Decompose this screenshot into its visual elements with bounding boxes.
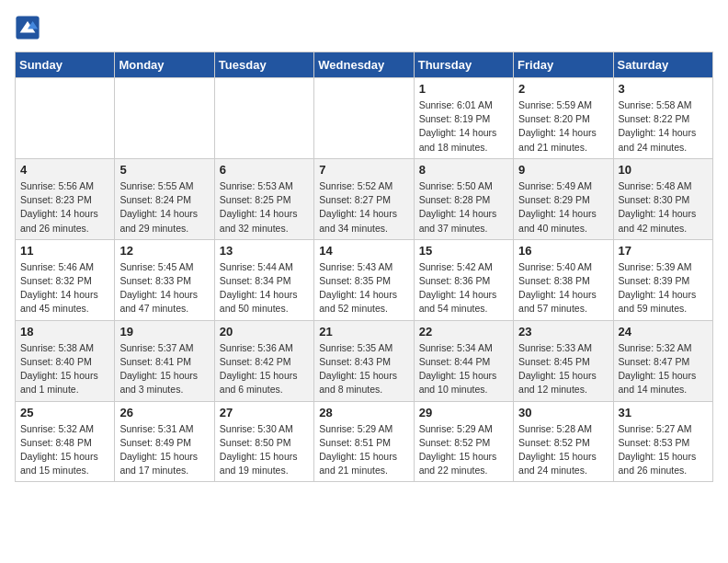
day-info: Sunrise: 5:46 AM Sunset: 8:32 PM Dayligh… — [20, 260, 109, 316]
calendar-day-cell: 16Sunrise: 5:40 AM Sunset: 8:38 PM Dayli… — [514, 239, 613, 320]
calendar-day-cell — [214, 78, 313, 159]
day-info: Sunrise: 5:32 AM Sunset: 8:48 PM Dayligh… — [20, 422, 109, 478]
day-number: 8 — [419, 163, 508, 177]
header — [15, 15, 713, 40]
calendar-day-cell: 29Sunrise: 5:29 AM Sunset: 8:52 PM Dayli… — [414, 401, 513, 482]
day-info: Sunrise: 5:40 AM Sunset: 8:38 PM Dayligh… — [518, 260, 608, 316]
weekday-header-cell: Thursday — [414, 52, 513, 78]
day-number: 29 — [419, 406, 508, 419]
day-info: Sunrise: 5:59 AM Sunset: 8:20 PM Dayligh… — [518, 98, 608, 155]
calendar-day-cell: 4Sunrise: 5:56 AM Sunset: 8:23 PM Daylig… — [16, 158, 115, 239]
calendar-week-row: 4Sunrise: 5:56 AM Sunset: 8:23 PM Daylig… — [16, 158, 713, 239]
day-number: 1 — [419, 82, 508, 96]
calendar-day-cell: 11Sunrise: 5:46 AM Sunset: 8:32 PM Dayli… — [16, 239, 115, 320]
calendar-day-cell: 21Sunrise: 5:35 AM Sunset: 8:43 PM Dayli… — [314, 320, 414, 401]
calendar-day-cell — [314, 78, 414, 159]
day-info: Sunrise: 5:36 AM Sunset: 8:42 PM Dayligh… — [220, 341, 309, 397]
day-info: Sunrise: 5:45 AM Sunset: 8:33 PM Dayligh… — [119, 260, 209, 316]
day-number: 25 — [20, 406, 109, 419]
calendar-day-cell — [16, 78, 115, 159]
day-info: Sunrise: 5:52 AM Sunset: 8:27 PM Dayligh… — [319, 179, 408, 236]
day-info: Sunrise: 5:50 AM Sunset: 8:28 PM Dayligh… — [419, 179, 508, 236]
calendar-day-cell: 19Sunrise: 5:37 AM Sunset: 8:41 PM Dayli… — [115, 320, 214, 401]
day-number: 15 — [419, 244, 508, 258]
day-number: 14 — [319, 244, 408, 258]
day-number: 3 — [619, 82, 708, 96]
day-number: 2 — [518, 82, 608, 96]
calendar-day-cell: 20Sunrise: 5:36 AM Sunset: 8:42 PM Dayli… — [214, 320, 313, 401]
calendar-day-cell: 15Sunrise: 5:42 AM Sunset: 8:36 PM Dayli… — [414, 239, 513, 320]
day-info: Sunrise: 5:31 AM Sunset: 8:49 PM Dayligh… — [119, 422, 209, 478]
weekday-header-cell: Friday — [514, 52, 613, 78]
day-info: Sunrise: 5:39 AM Sunset: 8:39 PM Dayligh… — [619, 260, 708, 316]
day-info: Sunrise: 5:35 AM Sunset: 8:43 PM Dayligh… — [319, 341, 408, 397]
day-number: 13 — [220, 244, 309, 258]
day-number: 22 — [419, 325, 508, 339]
day-info: Sunrise: 5:55 AM Sunset: 8:24 PM Dayligh… — [119, 179, 209, 236]
day-number: 30 — [518, 406, 608, 419]
day-number: 23 — [518, 325, 608, 339]
day-info: Sunrise: 5:29 AM Sunset: 8:51 PM Dayligh… — [319, 422, 408, 478]
calendar-week-row: 18Sunrise: 5:38 AM Sunset: 8:40 PM Dayli… — [16, 320, 713, 401]
day-info: Sunrise: 5:28 AM Sunset: 8:52 PM Dayligh… — [518, 422, 608, 478]
weekday-header-cell: Monday — [115, 52, 214, 78]
day-number: 28 — [319, 406, 408, 419]
day-info: Sunrise: 5:43 AM Sunset: 8:35 PM Dayligh… — [319, 260, 408, 316]
weekday-header-cell: Sunday — [16, 52, 115, 78]
weekday-header-cell: Tuesday — [214, 52, 313, 78]
calendar-day-cell: 17Sunrise: 5:39 AM Sunset: 8:39 PM Dayli… — [613, 239, 712, 320]
calendar-day-cell: 26Sunrise: 5:31 AM Sunset: 8:49 PM Dayli… — [115, 401, 214, 482]
calendar-day-cell: 1Sunrise: 6:01 AM Sunset: 8:19 PM Daylig… — [414, 78, 513, 159]
calendar-day-cell: 30Sunrise: 5:28 AM Sunset: 8:52 PM Dayli… — [514, 401, 613, 482]
day-number: 20 — [220, 325, 309, 339]
calendar-day-cell: 6Sunrise: 5:53 AM Sunset: 8:25 PM Daylig… — [214, 158, 313, 239]
day-number: 19 — [119, 325, 209, 339]
logo-icon — [15, 15, 40, 40]
calendar-body: 1Sunrise: 6:01 AM Sunset: 8:19 PM Daylig… — [16, 78, 713, 482]
weekday-header-cell: Saturday — [613, 52, 712, 78]
calendar-day-cell: 3Sunrise: 5:58 AM Sunset: 8:22 PM Daylig… — [613, 78, 712, 159]
calendar-day-cell: 13Sunrise: 5:44 AM Sunset: 8:34 PM Dayli… — [214, 239, 313, 320]
calendar-week-row: 11Sunrise: 5:46 AM Sunset: 8:32 PM Dayli… — [16, 239, 713, 320]
day-info: Sunrise: 5:37 AM Sunset: 8:41 PM Dayligh… — [119, 341, 209, 397]
day-info: Sunrise: 5:29 AM Sunset: 8:52 PM Dayligh… — [419, 422, 508, 478]
day-number: 17 — [619, 244, 708, 258]
day-info: Sunrise: 5:58 AM Sunset: 8:22 PM Dayligh… — [619, 98, 708, 155]
calendar-day-cell: 28Sunrise: 5:29 AM Sunset: 8:51 PM Dayli… — [314, 401, 414, 482]
day-number: 5 — [119, 163, 209, 177]
day-number: 21 — [319, 325, 408, 339]
calendar-day-cell: 10Sunrise: 5:48 AM Sunset: 8:30 PM Dayli… — [613, 158, 712, 239]
calendar-day-cell: 25Sunrise: 5:32 AM Sunset: 8:48 PM Dayli… — [16, 401, 115, 482]
day-info: Sunrise: 5:53 AM Sunset: 8:25 PM Dayligh… — [220, 179, 309, 236]
calendar-week-row: 25Sunrise: 5:32 AM Sunset: 8:48 PM Dayli… — [16, 401, 713, 482]
day-info: Sunrise: 5:44 AM Sunset: 8:34 PM Dayligh… — [220, 260, 309, 316]
day-number: 12 — [119, 244, 209, 258]
calendar-day-cell: 31Sunrise: 5:27 AM Sunset: 8:53 PM Dayli… — [613, 401, 712, 482]
day-info: Sunrise: 5:34 AM Sunset: 8:44 PM Dayligh… — [419, 341, 508, 397]
calendar-day-cell: 24Sunrise: 5:32 AM Sunset: 8:47 PM Dayli… — [613, 320, 712, 401]
day-number: 10 — [619, 163, 708, 177]
day-number: 24 — [619, 325, 708, 339]
day-info: Sunrise: 5:27 AM Sunset: 8:53 PM Dayligh… — [619, 422, 708, 478]
day-info: Sunrise: 5:49 AM Sunset: 8:29 PM Dayligh… — [518, 179, 608, 236]
day-number: 11 — [20, 244, 109, 258]
day-info: Sunrise: 6:01 AM Sunset: 8:19 PM Dayligh… — [419, 98, 508, 155]
day-info: Sunrise: 5:30 AM Sunset: 8:50 PM Dayligh… — [220, 422, 309, 478]
calendar-day-cell: 18Sunrise: 5:38 AM Sunset: 8:40 PM Dayli… — [16, 320, 115, 401]
day-info: Sunrise: 5:32 AM Sunset: 8:47 PM Dayligh… — [619, 341, 708, 397]
day-number: 7 — [319, 163, 408, 177]
calendar-day-cell — [115, 78, 214, 159]
calendar-table: SundayMondayTuesdayWednesdayThursdayFrid… — [15, 52, 713, 482]
day-number: 9 — [518, 163, 608, 177]
logo — [15, 15, 44, 40]
day-info: Sunrise: 5:33 AM Sunset: 8:45 PM Dayligh… — [518, 341, 608, 397]
calendar-day-cell: 12Sunrise: 5:45 AM Sunset: 8:33 PM Dayli… — [115, 239, 214, 320]
weekday-header-cell: Wednesday — [314, 52, 414, 78]
day-number: 6 — [220, 163, 309, 177]
day-info: Sunrise: 5:42 AM Sunset: 8:36 PM Dayligh… — [419, 260, 508, 316]
day-info: Sunrise: 5:38 AM Sunset: 8:40 PM Dayligh… — [20, 341, 109, 397]
day-number: 4 — [20, 163, 109, 177]
calendar-week-row: 1Sunrise: 6:01 AM Sunset: 8:19 PM Daylig… — [16, 78, 713, 159]
day-number: 26 — [119, 406, 209, 419]
calendar-day-cell: 9Sunrise: 5:49 AM Sunset: 8:29 PM Daylig… — [514, 158, 613, 239]
